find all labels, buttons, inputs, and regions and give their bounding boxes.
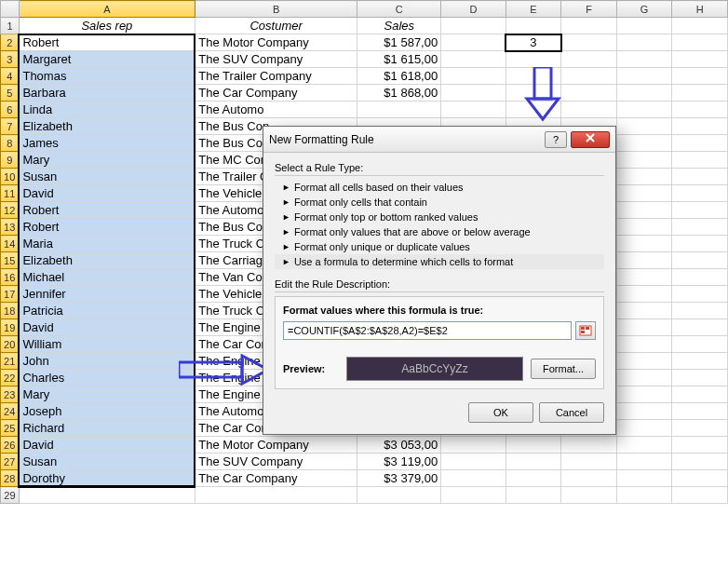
- row-header-24[interactable]: 24: [1, 403, 20, 420]
- cell-A18[interactable]: Patricia: [19, 303, 195, 319]
- cell-H21[interactable]: [672, 353, 728, 370]
- cell-A2[interactable]: Robert: [19, 34, 195, 51]
- cell-D4[interactable]: [441, 68, 506, 85]
- cell-G22[interactable]: [616, 370, 672, 386]
- row-header-3[interactable]: 3: [1, 51, 20, 68]
- cell-F4[interactable]: [561, 68, 617, 85]
- cell-G13[interactable]: [616, 219, 672, 236]
- rule-type-option[interactable]: ►Format only top or bottom ranked values: [275, 210, 604, 224]
- cell-H19[interactable]: [672, 319, 728, 336]
- cell-H15[interactable]: [672, 252, 728, 269]
- cell-A29[interactable]: [19, 487, 195, 504]
- cell-F1[interactable]: [561, 18, 617, 34]
- rule-type-option[interactable]: ►Use a formula to determine which cells …: [275, 254, 604, 269]
- cell-B4[interactable]: The Trailer Company: [195, 68, 357, 85]
- cell-B29[interactable]: [195, 487, 357, 504]
- cell-G12[interactable]: [616, 202, 672, 219]
- cell-A1[interactable]: Sales rep: [19, 18, 195, 34]
- cell-A10[interactable]: Susan: [19, 169, 195, 185]
- cell-F26[interactable]: [561, 437, 617, 454]
- cell-H8[interactable]: [672, 135, 728, 152]
- cell-E26[interactable]: [506, 437, 561, 454]
- cell-D1[interactable]: [441, 18, 506, 34]
- cell-E4[interactable]: [506, 68, 561, 85]
- cell-D2[interactable]: [441, 34, 506, 51]
- cell-G8[interactable]: [616, 135, 672, 152]
- cell-H29[interactable]: [672, 487, 728, 504]
- cell-C5[interactable]: $1 868,00: [357, 85, 441, 102]
- cell-F27[interactable]: [561, 454, 617, 470]
- cell-G25[interactable]: [616, 420, 672, 437]
- row-header-15[interactable]: 15: [1, 252, 20, 269]
- cell-H22[interactable]: [672, 370, 728, 386]
- cell-G26[interactable]: [616, 437, 672, 454]
- cell-F2[interactable]: [561, 34, 617, 51]
- range-selector-button[interactable]: [575, 321, 596, 340]
- cell-H7[interactable]: [672, 118, 728, 135]
- cell-B26[interactable]: The Motor Company: [195, 437, 357, 454]
- cell-C1[interactable]: Sales: [357, 18, 441, 34]
- cell-H9[interactable]: [672, 152, 728, 169]
- row-header-5[interactable]: 5: [1, 85, 20, 102]
- cell-D27[interactable]: [441, 454, 506, 470]
- row-header-9[interactable]: 9: [1, 152, 20, 169]
- cell-E1[interactable]: [506, 18, 561, 34]
- column-header-F[interactable]: F: [561, 1, 617, 18]
- cell-C2[interactable]: $1 587,00: [357, 34, 441, 51]
- cell-A3[interactable]: Margaret: [19, 51, 195, 68]
- cell-D3[interactable]: [441, 51, 506, 68]
- cell-A16[interactable]: Michael: [19, 269, 195, 286]
- row-header-12[interactable]: 12: [1, 202, 20, 219]
- column-header-D[interactable]: D: [441, 1, 506, 18]
- cell-G19[interactable]: [616, 319, 672, 336]
- row-header-13[interactable]: 13: [1, 219, 20, 236]
- cell-G24[interactable]: [616, 403, 672, 420]
- row-header-4[interactable]: 4: [1, 68, 20, 85]
- row-header-1[interactable]: 1: [1, 18, 20, 34]
- cell-G5[interactable]: [616, 85, 672, 102]
- help-button[interactable]: ?: [545, 131, 567, 148]
- column-header-G[interactable]: G: [616, 1, 672, 18]
- select-all-corner[interactable]: [1, 1, 20, 18]
- cell-G29[interactable]: [616, 487, 672, 504]
- cell-B2[interactable]: The Motor Company: [195, 34, 357, 51]
- cell-C29[interactable]: [357, 487, 441, 504]
- cell-G27[interactable]: [616, 454, 672, 470]
- cell-A20[interactable]: William: [19, 336, 195, 353]
- cell-H23[interactable]: [672, 386, 728, 403]
- row-header-2[interactable]: 2: [1, 34, 20, 51]
- cell-C3[interactable]: $1 615,00: [357, 51, 441, 68]
- cell-A5[interactable]: Barbara: [19, 85, 195, 102]
- cell-G7[interactable]: [616, 118, 672, 135]
- rule-type-list[interactable]: ►Format all cells based on their values►…: [275, 180, 604, 269]
- cell-A15[interactable]: Elizabeth: [19, 252, 195, 269]
- cell-H10[interactable]: [672, 169, 728, 185]
- cell-H4[interactable]: [672, 68, 728, 85]
- cell-F5[interactable]: [561, 85, 617, 102]
- close-button[interactable]: [571, 131, 610, 148]
- cell-H2[interactable]: [672, 34, 728, 51]
- cell-H18[interactable]: [672, 303, 728, 319]
- cell-D5[interactable]: [441, 85, 506, 102]
- cell-H5[interactable]: [672, 85, 728, 102]
- cell-A22[interactable]: Charles: [19, 370, 195, 386]
- cell-G18[interactable]: [616, 303, 672, 319]
- cell-A17[interactable]: Jennifer: [19, 286, 195, 303]
- cell-H16[interactable]: [672, 269, 728, 286]
- row-header-22[interactable]: 22: [1, 370, 20, 386]
- cell-A6[interactable]: Linda: [19, 102, 195, 118]
- column-header-B[interactable]: B: [195, 1, 357, 18]
- cell-G28[interactable]: [616, 470, 672, 487]
- cell-B6[interactable]: The Automo: [195, 102, 357, 118]
- column-header-A[interactable]: A: [19, 1, 195, 18]
- cell-H17[interactable]: [672, 286, 728, 303]
- cell-H14[interactable]: [672, 236, 728, 252]
- cell-C6[interactable]: [357, 102, 441, 118]
- cell-H11[interactable]: [672, 185, 728, 202]
- dialog-titlebar[interactable]: New Formatting Rule ?: [263, 127, 615, 153]
- cell-G1[interactable]: [616, 18, 672, 34]
- cell-C4[interactable]: $1 618,00: [357, 68, 441, 85]
- cell-A12[interactable]: Robert: [19, 202, 195, 219]
- row-header-29[interactable]: 29: [1, 487, 20, 504]
- cell-A24[interactable]: Joseph: [19, 403, 195, 420]
